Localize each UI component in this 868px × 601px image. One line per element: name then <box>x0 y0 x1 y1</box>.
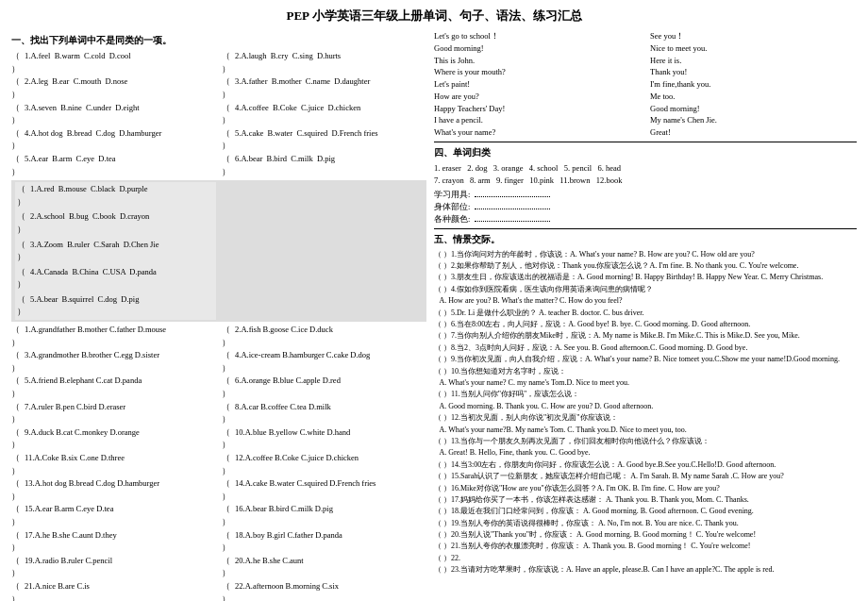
section1-title: 一、找出下列单词中不是同类的一项。 <box>11 34 426 47</box>
section4-title: 四、单词归类 <box>434 146 857 159</box>
more-exercises: （ ）1.A.grandfather B.mother C.father D.m… <box>11 324 426 601</box>
right-column: Let's go to school！See you！ Good morning… <box>434 30 857 601</box>
left-column: 一、找出下列单词中不是同类的一项。 （ ）1.A.feel B.warm C.c… <box>11 30 426 601</box>
exercise-group-1: （ ）1.A.feel B.warm C.cold D.cool （ ）2.A.… <box>11 50 426 178</box>
section5-title: 五、情景交际。 <box>434 233 857 246</box>
situation-dialogues: （ ）1.当你询问对方的年龄时，你该说：A. What's your name?… <box>434 249 857 576</box>
word-categories: 1. eraser 2. dog 3. orange 4. school 5. … <box>434 162 857 225</box>
highlighted-exercises: （ ）1.A.red B.mouse C.black D.purple （ ）2… <box>11 180 426 322</box>
page-title: PEP 小学英语三年级上册单词、句子、语法、练习汇总 <box>11 8 857 25</box>
dialogue-pairs: Let's go to school！See you！ Good morning… <box>434 30 857 139</box>
